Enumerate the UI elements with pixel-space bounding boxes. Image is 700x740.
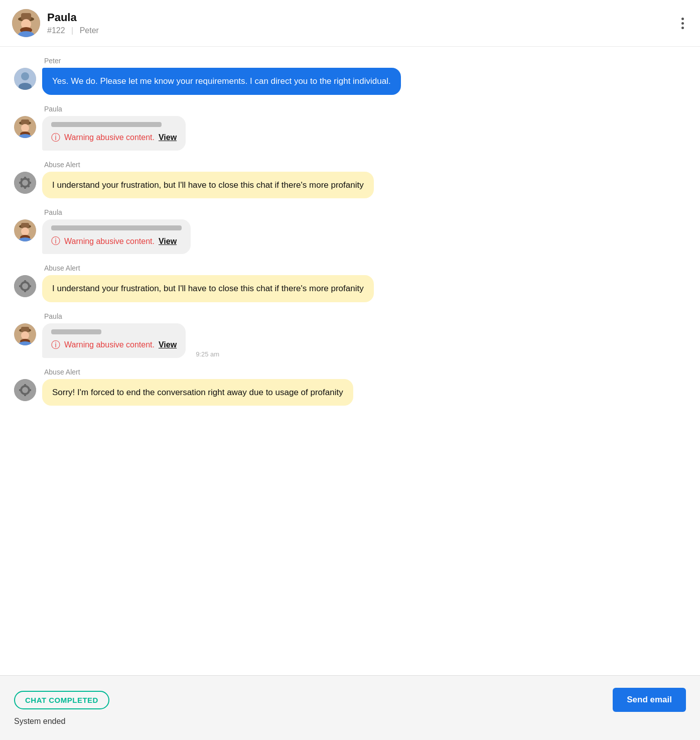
agent-name: Peter <box>80 26 99 35</box>
contact-name: Paula <box>47 11 677 24</box>
chat-area: Peter Yes. We do. Please let me know you… <box>0 47 700 675</box>
message-timestamp-6: 9:25 am <box>196 350 219 358</box>
bot-avatar-1 <box>14 172 36 194</box>
message-group-1: Peter Yes. We do. Please let me know you… <box>14 57 686 95</box>
agent-avatar-peter <box>14 68 36 90</box>
dot2 <box>681 22 684 25</box>
message-bubble-1: Yes. We do. Please let me know your requ… <box>42 68 401 95</box>
svg-point-12 <box>21 124 29 132</box>
chat-footer: CHAT COMPLETED Send email System ended <box>0 675 700 740</box>
system-ended-label: System ended <box>14 717 686 726</box>
svg-rect-19 <box>24 186 26 189</box>
message-bubble-2: ⓘ Warning abusive content. View <box>42 116 186 151</box>
message-bubble-4: ⓘ Warning abusive content. View <box>42 219 191 254</box>
svg-rect-50 <box>19 389 22 391</box>
bot-avatar-2 <box>14 275 36 297</box>
contact-info: Paula #122 | Peter <box>47 11 677 35</box>
svg-rect-18 <box>24 177 26 180</box>
ticket-number: #122 <box>47 26 65 35</box>
warning-row-2: ⓘ Warning abusive content. View <box>51 234 182 248</box>
svg-rect-21 <box>28 182 31 184</box>
svg-point-29 <box>21 227 29 235</box>
sender-label-paula-1: Paula <box>44 105 686 113</box>
warning-row-1: ⓘ Warning abusive content. View <box>51 131 177 145</box>
svg-rect-11 <box>21 119 29 125</box>
message-row-7: Sorry! I'm forced to end the conversatio… <box>14 379 686 406</box>
message-group-5: Abuse Alert I understand your frustratio… <box>14 264 686 302</box>
contact-meta: #122 | Peter <box>47 26 677 35</box>
sender-label-paula-2: Paula <box>44 208 686 216</box>
svg-rect-51 <box>28 389 31 391</box>
message-row-1: Yes. We do. Please let me know your requ… <box>14 68 686 95</box>
message-bubble-3: I understand your frustration, but I'll … <box>42 172 374 199</box>
warning-text-3: Warning abusive content. <box>64 339 155 351</box>
chat-header: Paula #122 | Peter <box>0 0 700 47</box>
svg-rect-36 <box>24 289 26 292</box>
sender-label-paula-3: Paula <box>44 312 686 320</box>
svg-point-42 <box>21 331 29 339</box>
redacted-text-2 <box>51 225 182 230</box>
warning-text-1: Warning abusive content. <box>64 132 155 144</box>
sender-label-abuse-3: Abuse Alert <box>44 368 686 376</box>
customer-avatar-paula-2 <box>14 219 36 241</box>
warning-view-2[interactable]: View <box>159 235 177 248</box>
svg-point-17 <box>22 180 28 186</box>
svg-rect-49 <box>24 393 26 396</box>
chat-completed-badge: CHAT COMPLETED <box>14 691 109 709</box>
warning-icon-3: ⓘ <box>51 338 60 352</box>
message-group-6: Paula ⓘ Warning abusive content. View <box>14 312 686 358</box>
sender-label-abuse-1: Abuse Alert <box>44 161 686 169</box>
warning-text-2: Warning abusive content. <box>64 235 155 248</box>
svg-rect-41 <box>21 327 29 332</box>
warning-icon-2: ⓘ <box>51 234 60 248</box>
sender-label-abuse-2: Abuse Alert <box>44 264 686 272</box>
warning-icon-1: ⓘ <box>51 131 60 145</box>
message-text-7: Sorry! I'm forced to end the conversatio… <box>52 388 343 397</box>
meta-separator: | <box>71 26 73 35</box>
bot-avatar-3 <box>14 379 36 401</box>
footer-top-row: CHAT COMPLETED Send email <box>14 688 686 712</box>
message-bubble-6: ⓘ Warning abusive content. View <box>42 323 186 358</box>
sender-label-peter: Peter <box>44 57 686 65</box>
message-group-3: Abuse Alert I un <box>14 161 686 199</box>
svg-rect-28 <box>21 223 29 228</box>
message-bubble-7: Sorry! I'm forced to end the conversatio… <box>42 379 353 406</box>
message-text-5: I understand your frustration, but I'll … <box>52 284 364 293</box>
redacted-text-3 <box>51 329 101 334</box>
warning-view-1[interactable]: View <box>159 132 177 144</box>
message-row-4: ⓘ Warning abusive content. View <box>14 219 686 254</box>
svg-point-34 <box>22 283 28 289</box>
svg-point-47 <box>22 387 28 393</box>
contact-avatar <box>12 9 40 37</box>
svg-rect-20 <box>19 182 22 184</box>
warning-view-3[interactable]: View <box>159 339 177 351</box>
svg-rect-38 <box>28 285 31 287</box>
message-group-4: Paula ⓘ Warning abusive content. View <box>14 208 686 254</box>
message-row-5: I understand your frustration, but I'll … <box>14 275 686 302</box>
message-row-6: ⓘ Warning abusive content. View 9:25 am <box>14 323 686 358</box>
svg-rect-48 <box>24 384 26 387</box>
send-email-button[interactable]: Send email <box>613 688 686 712</box>
message-bubble-5: I understand your frustration, but I'll … <box>42 275 374 302</box>
message-text-1: Yes. We do. Please let me know your requ… <box>52 76 391 86</box>
message-group-7: Abuse Alert Sorry! I'm forced to end the… <box>14 368 686 406</box>
customer-avatar-paula-1 <box>14 116 36 138</box>
dot1 <box>681 18 684 20</box>
warning-row-3: ⓘ Warning abusive content. View <box>51 338 177 352</box>
more-options-button[interactable] <box>677 14 688 33</box>
svg-rect-2 <box>21 13 31 20</box>
dot3 <box>681 27 684 29</box>
message-row-2: ⓘ Warning abusive content. View <box>14 116 686 151</box>
svg-rect-37 <box>19 285 22 287</box>
redacted-text-1 <box>51 122 162 127</box>
message-text-3: I understand your frustration, but I'll … <box>52 180 364 190</box>
customer-avatar-paula-3 <box>14 323 36 345</box>
message-group-2: Paula ⓘ Warning abusive content. View <box>14 105 686 151</box>
message-row-3: I understand your frustration, but I'll … <box>14 172 686 199</box>
svg-rect-35 <box>24 280 26 283</box>
svg-point-7 <box>21 72 29 80</box>
